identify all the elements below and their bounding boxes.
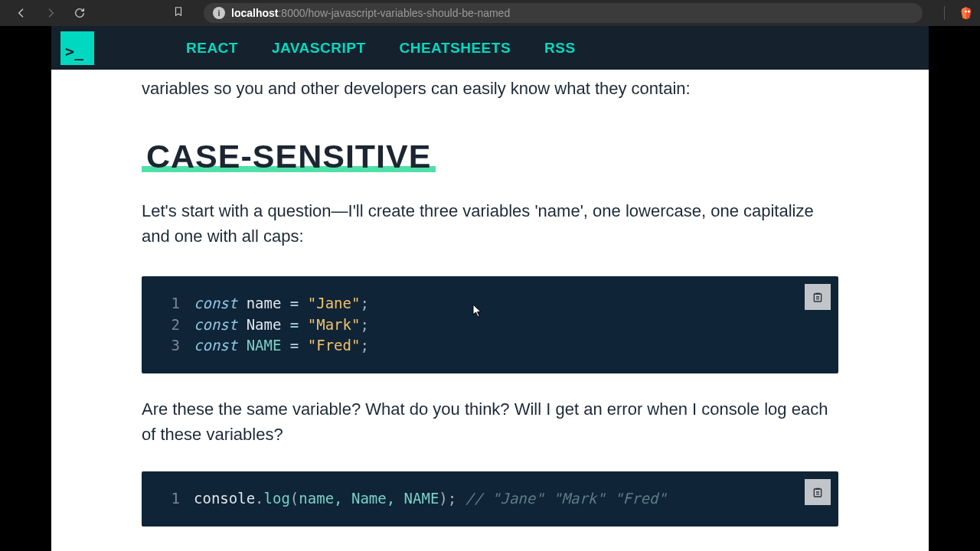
line-number: 1	[158, 293, 180, 315]
section-heading: CASE-SENSITIVE	[142, 138, 436, 175]
partial-paragraph: variables so you and other developers ca…	[142, 76, 838, 101]
site-navbar: >_ REACT JAVASCRIPT CHEATSHEETS RSS	[51, 26, 929, 70]
line-number: 2	[158, 315, 180, 336]
code-line: 2const Name = "Mark";	[158, 315, 822, 336]
code-block-1: 1const name = "Jane"; 2const Name = "Mar…	[142, 276, 838, 373]
bookmark-icon	[173, 5, 184, 18]
forward-button[interactable]	[44, 7, 57, 19]
site-info-icon[interactable]: i	[213, 7, 225, 19]
bookmark-button[interactable]	[173, 5, 184, 21]
article-content: variables so you and other developers ca…	[51, 76, 929, 551]
clipboard-icon	[812, 485, 824, 499]
code-line: 1const name = "Jane";	[158, 293, 822, 315]
url-bar[interactable]: i localhost:8000/how-javascript-variable…	[204, 3, 923, 23]
url-path: /how-javascript-variables-should-be-name…	[305, 7, 511, 19]
toolbar-divider	[944, 6, 945, 20]
back-icon	[15, 7, 28, 19]
paragraph: Are these the same variable? What do you…	[142, 396, 838, 447]
browser-toolbar: i localhost:8000/how-javascript-variable…	[0, 0, 980, 26]
nav-link-react[interactable]: REACT	[186, 40, 238, 57]
code-line: 1console.log(name, Name, NAME); // "Jane…	[158, 488, 822, 510]
copy-code-button[interactable]	[805, 479, 831, 505]
clipboard-icon	[812, 290, 824, 304]
nav-link-javascript[interactable]: JAVASCRIPT	[272, 40, 366, 57]
logo-glyph: >_	[65, 42, 83, 60]
reload-button[interactable]	[74, 7, 86, 19]
code-block-2: 1console.log(name, Name, NAME); // "Jane…	[142, 471, 838, 527]
url-port: :8000	[278, 7, 305, 19]
copy-code-button[interactable]	[805, 284, 831, 310]
url-host: localhost	[231, 7, 278, 19]
code-line: 3const NAME = "Fred";	[158, 335, 822, 357]
page: >_ REACT JAVASCRIPT CHEATSHEETS RSS vari…	[51, 26, 929, 551]
paragraph: Let's start with a question—I'll create …	[142, 198, 838, 249]
line-number: 1	[158, 488, 180, 510]
brave-shield-icon[interactable]	[960, 6, 972, 20]
site-logo[interactable]: >_	[60, 31, 94, 65]
reload-icon	[74, 7, 86, 19]
forward-icon	[44, 7, 57, 19]
line-number: 3	[158, 335, 180, 357]
back-button[interactable]	[15, 7, 28, 19]
nav-link-rss[interactable]: RSS	[544, 40, 576, 57]
nav-link-cheatsheets[interactable]: CHEATSHEETS	[400, 40, 511, 57]
